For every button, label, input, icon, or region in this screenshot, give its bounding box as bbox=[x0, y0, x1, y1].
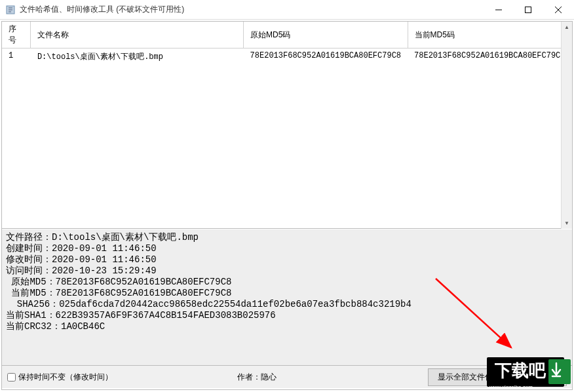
keep-time-label: 保持时间不变（修改时间） bbox=[18, 372, 113, 383]
bottom-bar: 保持时间不变（修改时间） 作者：隐心 显示全部文件信息 全部清空 bbox=[2, 366, 572, 388]
header-md5-curr[interactable]: 当前MD5码 bbox=[408, 22, 571, 49]
header-seq[interactable]: 序号 bbox=[2, 22, 31, 49]
detail-filepath: 文件路径：D:\tools\桌面\素材\下载吧.bmp bbox=[6, 232, 199, 243]
detail-modify-time: 修改时间：2020-09-01 11:46:50 bbox=[6, 254, 157, 265]
cell-md5-orig: 78E2013F68C952A01619BCA80EFC79C8 bbox=[244, 49, 408, 66]
detail-panel[interactable]: 文件路径：D:\tools\桌面\素材\下载吧.bmp 创建时间：2020-09… bbox=[2, 229, 572, 366]
table-header-row: 序号 文件名称 原始MD5码 当前MD5码 bbox=[2, 22, 572, 49]
cell-seq: 1 bbox=[2, 49, 31, 66]
scroll-down-button[interactable]: ▼ bbox=[562, 218, 572, 229]
cell-filename: D:\tools\桌面\素材\下载吧.bmp bbox=[31, 49, 244, 66]
show-all-info-button[interactable]: 显示全部文件信息 bbox=[428, 368, 510, 386]
maximize-button[interactable] bbox=[513, 0, 543, 19]
clear-all-button[interactable]: 全部清空 bbox=[516, 368, 567, 386]
app-icon bbox=[5, 5, 16, 15]
detail-create-time: 创建时间：2020-09-01 11:46:50 bbox=[6, 243, 157, 254]
scroll-up-button[interactable]: ▲ bbox=[562, 22, 572, 33]
detail-crc32: 当前CRC32：1A0CB46C bbox=[6, 321, 105, 332]
author-label: 作者：隐心 bbox=[237, 372, 277, 383]
svg-rect-2 bbox=[525, 7, 531, 12]
keep-time-checkbox[interactable] bbox=[7, 373, 16, 382]
content-frame: 序号 文件名称 原始MD5码 当前MD5码 1 D:\tools\桌面\素材\下… bbox=[1, 21, 573, 390]
detail-md5-curr: 当前MD5：78E2013F68C952A01619BCA80EFC79C8 bbox=[6, 288, 231, 298]
scroll-track[interactable] bbox=[562, 33, 572, 218]
detail-sha256: SHA256：025daf6cda7d20442acc98658edc22554… bbox=[6, 299, 411, 309]
detail-sha1: 当前SHA1：622B39357A6F9F367A4C8B154FAED3083… bbox=[6, 310, 276, 321]
header-filename[interactable]: 文件名称 bbox=[31, 22, 244, 49]
window-controls bbox=[484, 0, 574, 19]
titlebar: 文件哈希值、时间修改工具 (不破坏文件可用性) bbox=[0, 0, 574, 20]
detail-md5-orig: 原始MD5：78E2013F68C952A01619BCA80EFC79C8 bbox=[6, 277, 231, 287]
minimize-button[interactable] bbox=[484, 0, 513, 19]
window-title: 文件哈希值、时间修改工具 (不破坏文件可用性) bbox=[20, 4, 484, 15]
cell-md5-curr: 78E2013F68C952A01619BCA80EFC79C8 bbox=[408, 49, 571, 66]
vertical-scrollbar[interactable]: ▲ ▼ bbox=[561, 22, 572, 229]
table-row[interactable]: 1 D:\tools\桌面\素材\下载吧.bmp 78E2013F68C952A… bbox=[2, 49, 572, 66]
file-table-area: 序号 文件名称 原始MD5码 当前MD5码 1 D:\tools\桌面\素材\下… bbox=[2, 22, 572, 229]
keep-time-checkbox-wrap[interactable]: 保持时间不变（修改时间） bbox=[7, 372, 113, 383]
close-button[interactable] bbox=[543, 0, 574, 19]
header-md5-orig[interactable]: 原始MD5码 bbox=[244, 22, 408, 49]
file-table[interactable]: 序号 文件名称 原始MD5码 当前MD5码 1 D:\tools\桌面\素材\下… bbox=[2, 22, 572, 65]
detail-access-time: 访问时间：2020-10-23 15:29:49 bbox=[6, 265, 157, 276]
